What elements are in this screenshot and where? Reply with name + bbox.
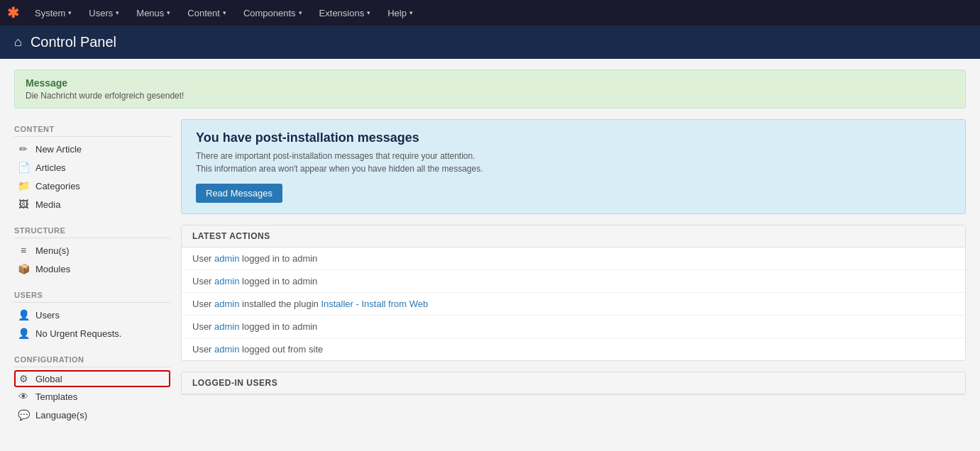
- sidebar-item-label: Templates: [35, 391, 77, 402]
- main-content: Message Die Nachricht wurde erfolgreich …: [0, 59, 980, 442]
- sidebar-item-label: Modules: [35, 264, 70, 274]
- installer-link[interactable]: Installer - Install from Web: [321, 299, 428, 309]
- action-row-5: User admin logged out from site: [182, 338, 965, 360]
- nav-content[interactable]: Content ▾: [180, 0, 233, 26]
- admin-link[interactable]: admin: [214, 299, 239, 309]
- sidebar-item-label: Menu(s): [35, 245, 70, 256]
- message-banner: Message Die Nachricht wurde erfolgreich …: [14, 69, 966, 108]
- speech-icon: 💬: [17, 409, 30, 421]
- latest-actions-panel: LATEST ACTIONS User admin logged in to a…: [181, 225, 966, 361]
- read-messages-button[interactable]: Read Messages: [196, 184, 282, 203]
- sidebar-item-label: Users: [35, 310, 60, 321]
- menu-icon: ≡: [17, 245, 30, 256]
- sidebar-section-content: CONTENT ✏ New Article 📄 Articles 📁 Categ…: [14, 119, 170, 213]
- modules-icon: 📦: [17, 263, 30, 274]
- section-title-content: CONTENT: [14, 119, 170, 137]
- section-title-structure: STRUCTURE: [14, 221, 170, 238]
- chevron-down-icon: ▾: [367, 9, 370, 16]
- article-icon: 📄: [17, 162, 30, 173]
- nav-system[interactable]: System ▾: [28, 0, 79, 26]
- action-row-2: User admin logged in to admin: [182, 270, 965, 293]
- sidebar-item-articles[interactable]: 📄 Articles: [14, 158, 170, 177]
- sidebar-item-label: Global: [35, 374, 62, 384]
- admin-link[interactable]: admin: [214, 253, 239, 264]
- sidebar-item-label: New Article: [35, 144, 82, 155]
- chevron-down-icon: ▾: [299, 9, 302, 16]
- admin-link[interactable]: admin: [214, 276, 239, 286]
- section-title-configuration: CONFIGURATION: [14, 350, 170, 367]
- chevron-down-icon: ▾: [116, 9, 119, 16]
- two-col-layout: CONTENT ✏ New Article 📄 Articles 📁 Categ…: [14, 119, 966, 431]
- brand-logo: ✱: [7, 4, 19, 21]
- sidebar-item-users[interactable]: 👤 Users: [14, 306, 170, 324]
- nav-users[interactable]: Users ▾: [82, 0, 126, 26]
- post-install-line2: This information area won't appear when …: [196, 164, 951, 174]
- sidebar-item-global[interactable]: ⚙ Global: [14, 370, 170, 387]
- admin-link[interactable]: admin: [214, 321, 239, 332]
- section-title-users: USERS: [14, 285, 170, 303]
- sidebar-item-label: Articles: [35, 162, 66, 173]
- sidebar-section-users: USERS 👤 Users 👤 No Urgent Requests.: [14, 285, 170, 343]
- sidebar-item-no-urgent[interactable]: 👤 No Urgent Requests.: [14, 324, 170, 343]
- post-install-box: You have post-installation messages Ther…: [181, 119, 966, 214]
- chevron-down-icon: ▾: [68, 9, 72, 16]
- logged-in-users-header: LOGGED-IN USERS: [182, 372, 965, 394]
- sidebar-item-menus[interactable]: ≡ Menu(s): [14, 241, 170, 260]
- joomla-icon: ✱: [7, 4, 19, 21]
- nav-help[interactable]: Help ▾: [380, 0, 420, 26]
- home-icon: ⌂: [14, 35, 22, 50]
- nav-components[interactable]: Components ▾: [236, 0, 309, 26]
- sidebar-item-new-article[interactable]: ✏ New Article: [14, 140, 170, 158]
- sidebar-item-languages[interactable]: 💬 Language(s): [14, 406, 170, 424]
- sidebar-item-media[interactable]: 🖼 Media: [14, 195, 170, 213]
- folder-icon: 📁: [17, 180, 30, 191]
- chevron-down-icon: ▾: [223, 9, 226, 16]
- chevron-down-icon: ▾: [409, 9, 413, 16]
- media-icon: 🖼: [17, 199, 30, 210]
- sidebar-item-categories[interactable]: 📁 Categories: [14, 177, 170, 195]
- sidebar-item-label: Media: [35, 199, 60, 210]
- no-urgent-icon: 👤: [17, 328, 30, 339]
- page-header: ⌂ Control Panel: [0, 26, 980, 59]
- navbar: ✱ System ▾ Users ▾ Menus ▾ Content ▾ Com…: [0, 0, 980, 26]
- chevron-down-icon: ▾: [167, 9, 170, 16]
- sidebar-item-label: Categories: [35, 181, 80, 191]
- eye-icon: 👁: [17, 391, 30, 402]
- page-title: Control Panel: [31, 34, 116, 50]
- admin-link[interactable]: admin: [214, 344, 239, 355]
- sidebar-item-label: Language(s): [35, 410, 87, 421]
- right-panel: You have post-installation messages Ther…: [181, 119, 966, 406]
- action-row-3: User admin installed the plugin Installe…: [182, 293, 965, 316]
- pencil-icon: ✏: [17, 143, 30, 155]
- nav-extensions[interactable]: Extensions ▾: [312, 0, 378, 26]
- post-install-line1: There are important post-installation me…: [196, 151, 951, 161]
- gear-icon: ⚙: [17, 373, 30, 384]
- left-sidebar: CONTENT ✏ New Article 📄 Articles 📁 Categ…: [14, 119, 170, 431]
- action-row-4: User admin logged in to admin: [182, 316, 965, 338]
- sidebar-section-configuration: CONFIGURATION ⚙ Global 👁 Templates 💬 Lan…: [14, 350, 170, 424]
- nav-menus[interactable]: Menus ▾: [129, 0, 177, 26]
- latest-actions-header: LATEST ACTIONS: [182, 226, 965, 247]
- message-body: Die Nachricht wurde erfolgreich gesendet…: [26, 91, 954, 101]
- action-row-1: User admin logged in to admin: [182, 247, 965, 270]
- users-icon: 👤: [17, 309, 30, 321]
- sidebar-item-label: No Urgent Requests.: [35, 328, 121, 339]
- message-title: Message: [26, 77, 954, 89]
- sidebar-item-templates[interactable]: 👁 Templates: [14, 387, 170, 406]
- sidebar-section-structure: STRUCTURE ≡ Menu(s) 📦 Modules: [14, 221, 170, 278]
- logged-in-users-panel: LOGGED-IN USERS: [181, 372, 966, 395]
- post-install-title: You have post-installation messages: [196, 130, 951, 145]
- sidebar-item-modules[interactable]: 📦 Modules: [14, 260, 170, 278]
